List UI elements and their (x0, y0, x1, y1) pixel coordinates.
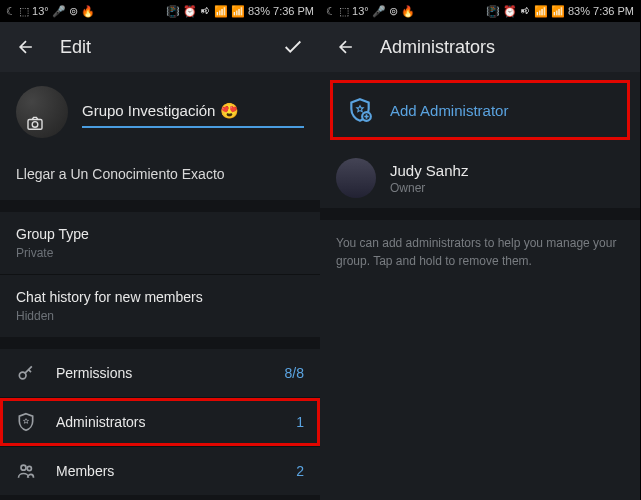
time-text: 7:36 PM (593, 5, 634, 17)
permissions-label: Permissions (56, 365, 285, 381)
camera-icon (26, 116, 44, 130)
shield-plus-icon (346, 96, 374, 124)
administrators-row[interactable]: Administrators 1 (0, 398, 320, 446)
confirm-icon[interactable] (282, 36, 304, 58)
status-left-icons: ☾ ⬚ 13° 🎤 ⊚ 🔥 (326, 5, 415, 18)
edit-group-screen: ☾ ⬚ 13° 🎤 ⊚ 🔥 📳 ⏰ 🕫 📶 📶 83% 7:36 PM Edit (0, 0, 320, 500)
members-label: Members (56, 463, 296, 479)
group-name-input[interactable] (82, 97, 304, 128)
page-title: Administrators (380, 37, 624, 58)
administrators-value: 1 (296, 414, 304, 430)
permissions-value: 8/8 (285, 365, 304, 381)
status-left-icons: ☾ ⬚ 13° 🎤 ⊚ 🔥 (6, 5, 95, 18)
svg-point-4 (21, 465, 26, 470)
members-row[interactable]: Members 2 (0, 447, 320, 495)
profile-row (0, 72, 320, 148)
add-administrator-button[interactable]: Add Administrator (330, 80, 630, 140)
group-type-label: Group Type (16, 226, 304, 242)
avatar (336, 158, 376, 198)
chat-history-value: Hidden (16, 309, 304, 323)
group-type-row[interactable]: Group Type Private (0, 212, 320, 274)
battery-text: 83% (568, 5, 590, 17)
administrators-screen: ☾ ⬚ 13° 🎤 ⊚ 🔥 📳 ⏰ 🕫 📶 📶 83% 7:36 PM Admi… (320, 0, 640, 500)
header: Edit (0, 22, 320, 72)
group-avatar[interactable] (16, 86, 68, 138)
status-right-icons: 📳 ⏰ 🕫 📶 📶 (166, 5, 245, 18)
time-text: 7:36 PM (273, 5, 314, 17)
status-right-icons: 📳 ⏰ 🕫 📶 📶 (486, 5, 565, 18)
members-icon (16, 461, 36, 481)
chat-history-row[interactable]: Chat history for new members Hidden (0, 275, 320, 337)
status-bar: ☾ ⬚ 13° 🎤 ⊚ 🔥 📳 ⏰ 🕫 📶 📶 83% 7:36 PM (320, 0, 640, 22)
permissions-row[interactable]: Permissions 8/8 (0, 349, 320, 397)
key-icon (16, 363, 36, 383)
admin-name: Judy Sanhz (390, 162, 468, 179)
help-text: You can add administrators to help you m… (320, 220, 640, 284)
group-type-value: Private (16, 246, 304, 260)
back-icon[interactable] (336, 37, 356, 57)
back-icon[interactable] (16, 37, 36, 57)
description-text: Llegar a Un Conocimiento Exacto (16, 166, 225, 182)
members-value: 2 (296, 463, 304, 479)
admin-role: Owner (390, 181, 468, 195)
svg-point-5 (27, 466, 31, 470)
shield-star-icon (16, 412, 36, 432)
administrators-label: Administrators (56, 414, 296, 430)
add-admin-label: Add Administrator (390, 102, 508, 119)
status-bar: ☾ ⬚ 13° 🎤 ⊚ 🔥 📳 ⏰ 🕫 📶 📶 83% 7:36 PM (0, 0, 320, 22)
battery-text: 83% (248, 5, 270, 17)
page-title: Edit (60, 37, 282, 58)
description-row[interactable]: Llegar a Un Conocimiento Exacto (0, 148, 320, 200)
header: Administrators (320, 22, 640, 72)
svg-point-1 (32, 122, 38, 128)
admin-list-item[interactable]: Judy Sanhz Owner (320, 148, 640, 208)
chat-history-label: Chat history for new members (16, 289, 304, 305)
